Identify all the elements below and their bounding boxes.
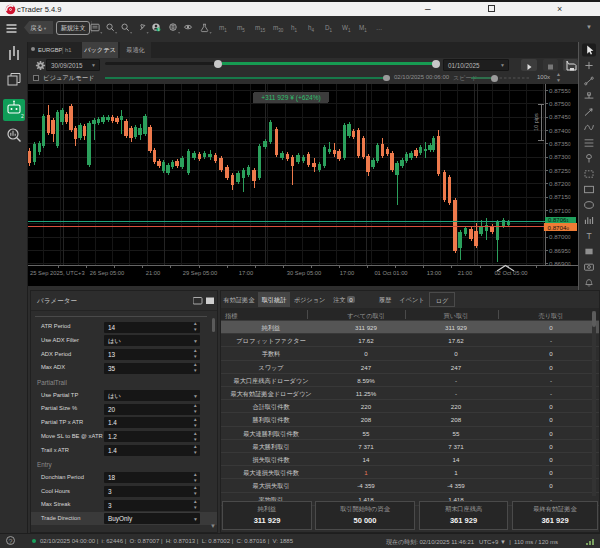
svg-text:0.87200: 0.87200 — [549, 180, 571, 187]
svg-text:T: T — [586, 231, 591, 241]
svg-text:17:00: 17:00 — [340, 270, 355, 276]
svg-text:0.87300: 0.87300 — [549, 153, 571, 160]
svg-text:0.87100: 0.87100 — [549, 207, 571, 214]
svg-text:0.86900: 0.86900 — [549, 260, 571, 267]
svg-text:0.87040: 0.87040 — [548, 224, 570, 231]
svg-text:0.87350: 0.87350 — [549, 140, 571, 147]
svg-text:0.87500: 0.87500 — [549, 100, 571, 107]
svg-text:0.87150: 0.87150 — [549, 193, 571, 200]
svg-text:13:00: 13:00 — [427, 270, 442, 276]
svg-text:3: 3 — [158, 28, 160, 32]
svg-text:10 pips: 10 pips — [533, 113, 539, 131]
svg-text:0.86950: 0.86950 — [549, 247, 571, 254]
svg-text:2: 2 — [21, 113, 24, 119]
svg-text:25 Sep 2025, UTC+3: 25 Sep 2025, UTC+3 — [30, 270, 85, 276]
svg-text:30 Sep 05:00: 30 Sep 05:00 — [287, 270, 322, 276]
svg-text:17:00: 17:00 — [239, 270, 254, 276]
svg-text:0.87450: 0.87450 — [549, 113, 571, 120]
svg-text:0.87250: 0.87250 — [549, 167, 571, 174]
svg-text:0.87550: 0.87550 — [549, 87, 571, 94]
svg-text:0.87400: 0.87400 — [549, 127, 571, 134]
svg-text:01 Oct 01:00: 01 Oct 01:00 — [374, 270, 407, 276]
svg-text:26 Sep 05:00: 26 Sep 05:00 — [90, 270, 125, 276]
svg-text:02 Oct 05:00: 02 Oct 05:00 — [494, 270, 527, 276]
svg-text:0.87000: 0.87000 — [549, 233, 571, 240]
svg-text:0.87061: 0.87061 — [548, 217, 569, 223]
svg-text:29 Sep 05:00: 29 Sep 05:00 — [183, 270, 218, 276]
svg-text:21:00: 21:00 — [458, 270, 473, 276]
svg-text:21:00: 21:00 — [146, 270, 161, 276]
svg-text:+311 929 ¥ (+624%): +311 929 ¥ (+624%) — [261, 94, 321, 102]
